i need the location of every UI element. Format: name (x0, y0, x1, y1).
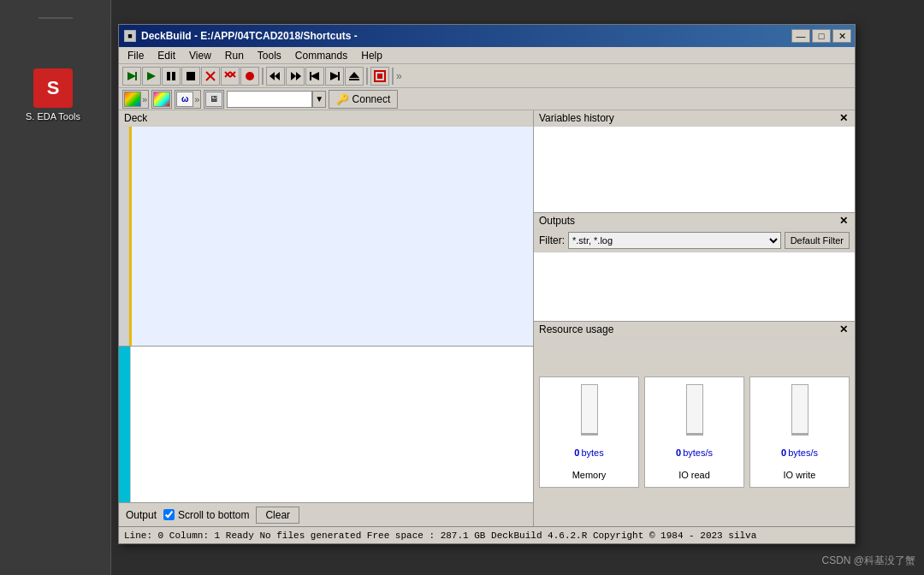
resource-usage-close[interactable]: ✕ (838, 323, 850, 335)
vis-toolbar-group3: ω » (175, 90, 201, 109)
editor-content-area[interactable] (132, 127, 533, 346)
connect-button[interactable]: 🔑 Connect (329, 90, 398, 109)
toolbar-btn-forward[interactable] (286, 67, 305, 86)
io-write-value-row: 0 bytes/s (781, 448, 818, 458)
minimize-button[interactable]: — (791, 29, 810, 43)
memory-label: Memory (572, 470, 607, 480)
left-panel: Deck Output Scroll to b (119, 110, 534, 526)
output-toolbar: Output Scroll to bottom Clear (119, 502, 533, 526)
io-read-unit: bytes/s (683, 448, 713, 458)
menu-item-run[interactable]: Run (218, 49, 251, 62)
desktop-icon[interactable]: S S. EDA Tools (26, 68, 80, 122)
memory-card: 0 bytes Memory (539, 376, 639, 488)
maximize-button[interactable]: □ (812, 29, 831, 43)
scroll-to-bottom-checkbox[interactable] (163, 509, 175, 520)
close-button[interactable]: ✕ (832, 29, 851, 43)
svg-marker-15 (291, 72, 296, 80)
vis-toolbar-group4: 🖥 (204, 90, 224, 109)
menu-item-help[interactable]: Help (354, 49, 389, 62)
title-bar: ■ DeckBuild - E:/APP/04TCAD2018/Shortcut… (119, 25, 855, 47)
side-icon-1 (38, 17, 73, 19)
svg-marker-21 (349, 72, 359, 78)
default-filter-button[interactable]: Default Filter (785, 232, 850, 249)
title-bar-left: ■ DeckBuild - E:/APP/04TCAD2018/Shortcut… (124, 30, 358, 42)
toolbar-btn-step-into[interactable] (122, 67, 141, 86)
vis-toolbar-group: » (122, 90, 149, 109)
io-read-card: 0 bytes/s IO read (644, 376, 744, 488)
variables-history-header: Variables history ✕ (534, 110, 855, 127)
toolbar-btn-step-fwd[interactable] (325, 67, 344, 86)
svg-marker-17 (311, 72, 319, 80)
toolbar-separator-3 (392, 68, 394, 85)
filter-select[interactable]: *.str, *.log (568, 232, 781, 249)
menu-item-commands[interactable]: Commands (288, 49, 354, 62)
io-write-value: 0 (781, 448, 786, 458)
memory-unit: bytes (581, 448, 603, 458)
toolbar-btn-eject[interactable] (345, 67, 364, 86)
vis-btn-3[interactable]: ω (176, 92, 193, 107)
toolbar-row-2: » ω » 🖥 ▼ 🔑 Connect (119, 88, 855, 110)
variables-history-content (534, 127, 855, 212)
toolbar-btn-run[interactable] (142, 67, 161, 86)
io-read-label: IO read (678, 470, 710, 480)
svg-marker-0 (127, 72, 136, 80)
toolbar-btn-step-back[interactable] (305, 67, 324, 86)
filter-label: Filter: (539, 234, 565, 246)
scroll-checkbox-label[interactable]: Scroll to bottom (163, 509, 249, 521)
icon-box: S (33, 68, 73, 108)
window-icon: ■ (124, 30, 136, 42)
menu-item-tools[interactable]: Tools (251, 49, 288, 62)
menu-item-view[interactable]: View (182, 49, 218, 62)
outputs-close[interactable]: ✕ (838, 215, 850, 227)
memory-bar-fill (582, 433, 597, 435)
io-write-card: 0 bytes/s IO write (749, 376, 850, 488)
window-title: DeckBuild - E:/APP/04TCAD2018/Shortcuts … (141, 30, 358, 42)
line-gutter (119, 127, 129, 346)
dropdown-arrow[interactable]: ▼ (312, 91, 326, 108)
toolbar-btn-cancel[interactable] (201, 67, 220, 86)
toolbar-btn-cancel-all[interactable] (221, 67, 240, 86)
resource-usage-header: Resource usage ✕ (534, 322, 855, 338)
vis-btn-4[interactable]: 🖥 (205, 92, 222, 107)
toolbar-btn-pause[interactable] (162, 67, 181, 86)
dropdown-combo: ▼ (227, 91, 326, 108)
vis-more2: » (194, 94, 199, 104)
output-text-area[interactable] (131, 347, 533, 502)
memory-value-row: 0 bytes (574, 448, 603, 458)
window-controls: — □ ✕ (791, 29, 851, 43)
filter-row: Filter: *.str, *.log Default Filter (534, 229, 855, 252)
toolbar-btn-stop2[interactable] (370, 67, 389, 86)
right-panel: Variables history ✕ Outputs ✕ Filter: *.… (534, 110, 855, 526)
main-window: ■ DeckBuild - E:/APP/04TCAD2018/Shortcut… (118, 24, 856, 544)
toolbar-btn-stop[interactable] (181, 67, 200, 86)
deck-header: Deck (119, 110, 533, 127)
icon-letter: S (47, 77, 60, 99)
deck-editor[interactable] (119, 127, 533, 346)
menu-bar: File Edit View Run Tools Commands Help (119, 47, 855, 64)
vis-btn-2[interactable] (153, 92, 170, 107)
io-read-bar-fill (687, 433, 702, 435)
variables-history-label: Variables history (539, 112, 614, 124)
toolbar-row-1: » (119, 64, 855, 88)
resource-usage-panel: Resource usage ✕ 0 bytes Memory (534, 322, 855, 526)
toolbar-btn-rewind[interactable] (266, 67, 285, 86)
toolbar-btn-record[interactable] (240, 67, 259, 86)
clear-button[interactable]: Clear (256, 507, 299, 524)
vis-btn-1[interactable] (124, 92, 141, 107)
menu-item-edit[interactable]: Edit (151, 49, 182, 62)
io-read-value-row: 0 bytes/s (676, 448, 713, 458)
menu-item-file[interactable]: File (121, 49, 151, 62)
outputs-header: Outputs ✕ (534, 213, 855, 229)
variables-history-close[interactable]: ✕ (838, 112, 850, 124)
device-dropdown[interactable] (227, 91, 312, 108)
deck-label: Deck (124, 112, 147, 124)
toolbar-separator-2 (366, 68, 368, 85)
svg-marker-16 (296, 72, 301, 80)
memory-value: 0 (574, 448, 579, 458)
toolbar-separator-1 (262, 68, 264, 85)
toolbar-more: » (396, 70, 402, 82)
outputs-content (534, 252, 855, 321)
output-section: Output Scroll to bottom Clear (119, 347, 533, 526)
svg-marker-13 (275, 72, 280, 80)
watermark: CSDN @科基没了蟹 (821, 554, 915, 568)
